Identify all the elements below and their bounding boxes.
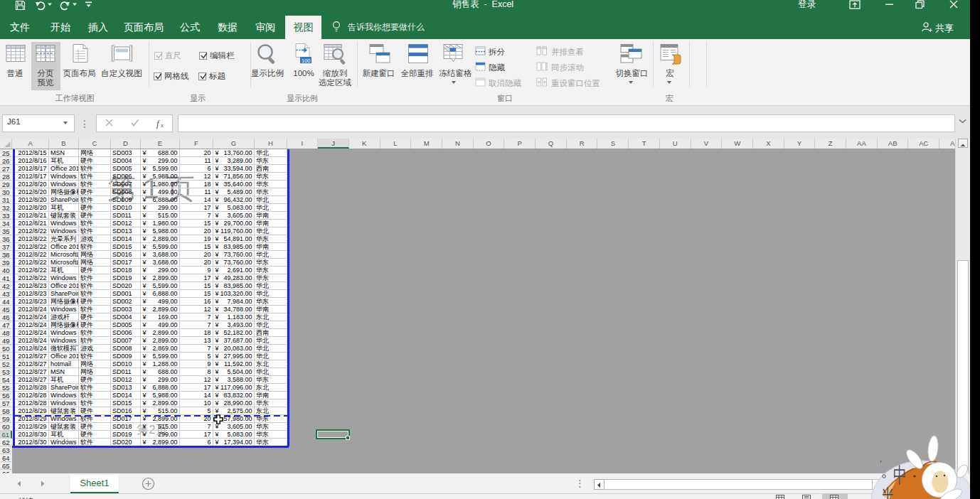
svg-text:中: 中 xyxy=(893,463,907,487)
svg-text:’: ’ xyxy=(880,458,882,469)
svg-text:半: 半 xyxy=(881,485,895,499)
svg-text:x: x xyxy=(160,122,164,129)
svg-text:100: 100 xyxy=(302,58,311,64)
